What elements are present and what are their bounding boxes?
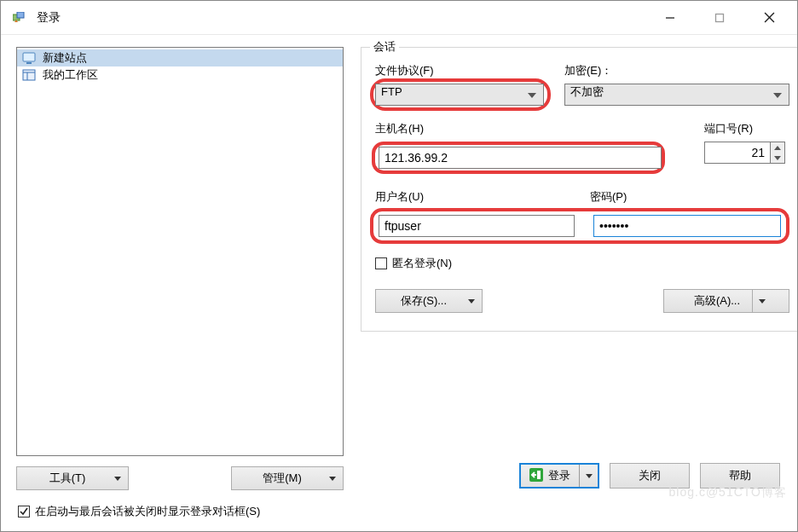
help-button[interactable]: 帮助 [700, 463, 780, 489]
svg-rect-7 [26, 62, 32, 64]
site-item-new[interactable]: 新建站点 [17, 49, 343, 66]
login-label: 登录 [548, 468, 579, 483]
maximize-button[interactable] [695, 2, 744, 34]
site-list[interactable]: 新建站点 我的工作区 [16, 47, 344, 456]
site-icon [22, 51, 39, 65]
svg-rect-8 [23, 70, 35, 80]
port-up[interactable] [771, 142, 784, 153]
minimize-button[interactable] [645, 2, 695, 34]
login-drop-icon[interactable] [579, 465, 598, 487]
manage-button[interactable]: 管理(M) [231, 466, 344, 490]
advanced-button[interactable]: 高级(A)... [663, 289, 789, 313]
encryption-label: 加密(E)： [564, 63, 789, 78]
help-label: 帮助 [729, 468, 751, 483]
svg-rect-3 [716, 14, 724, 21]
session-group: 会话 文件协议(F) FTP 加密(E)： 不加密 [361, 47, 798, 332]
anonymous-label: 匿名登录(N) [392, 256, 452, 271]
svg-rect-12 [537, 471, 541, 479]
password-input[interactable] [593, 215, 781, 237]
port-spinner[interactable] [771, 142, 785, 164]
protocol-select[interactable]: FTP [375, 84, 544, 106]
login-icon [521, 468, 548, 484]
port-label: 端口号(R) [704, 121, 789, 136]
tools-button[interactable]: 工具(T) [16, 466, 129, 490]
password-label: 密码(P) [590, 189, 627, 205]
username-input[interactable] [379, 215, 575, 237]
anonymous-checkbox[interactable]: 匿名登录(N) [375, 256, 452, 271]
svg-rect-1 [17, 12, 24, 18]
host-input[interactable] [379, 147, 662, 169]
close-dialog-button[interactable]: 关闭 [610, 463, 690, 489]
port-input[interactable] [704, 142, 771, 164]
manage-label: 管理(M) [263, 471, 302, 486]
encryption-select[interactable]: 不加密 [564, 84, 789, 106]
encryption-value: 不加密 [570, 85, 604, 98]
advanced-label: 高级(A)... [682, 290, 752, 312]
protocol-value: FTP [381, 85, 402, 98]
tools-label: 工具(T) [49, 471, 86, 486]
checkbox-icon [375, 257, 387, 269]
show-login-dialog-checkbox[interactable]: 在启动与最后会话被关闭时显示登录对话框(S) [18, 504, 260, 519]
app-icon [13, 11, 28, 25]
site-item-label: 新建站点 [43, 50, 87, 66]
show-login-dialog-label: 在启动与最后会话被关闭时显示登录对话框(S) [35, 504, 260, 519]
workspace-icon [22, 68, 39, 82]
window-title: 登录 [37, 10, 645, 26]
close-label: 关闭 [639, 468, 661, 483]
site-item-label: 我的工作区 [43, 67, 98, 83]
title-bar: 登录 [1, 1, 797, 35]
save-button[interactable]: 保存(S)... [375, 289, 483, 313]
close-button[interactable] [744, 2, 794, 34]
port-down[interactable] [771, 153, 784, 163]
session-group-title: 会话 [370, 39, 399, 55]
checkbox-icon [18, 506, 30, 518]
advanced-drop-icon[interactable] [752, 290, 771, 312]
save-label: 保存(S)... [401, 293, 447, 309]
svg-rect-6 [23, 53, 35, 61]
site-item-workspace[interactable]: 我的工作区 [17, 66, 343, 84]
username-label: 用户名(U) [375, 189, 571, 205]
protocol-label: 文件协议(F) [375, 63, 546, 78]
login-button[interactable]: 登录 [519, 463, 599, 489]
host-label: 主机名(H) [375, 121, 665, 136]
